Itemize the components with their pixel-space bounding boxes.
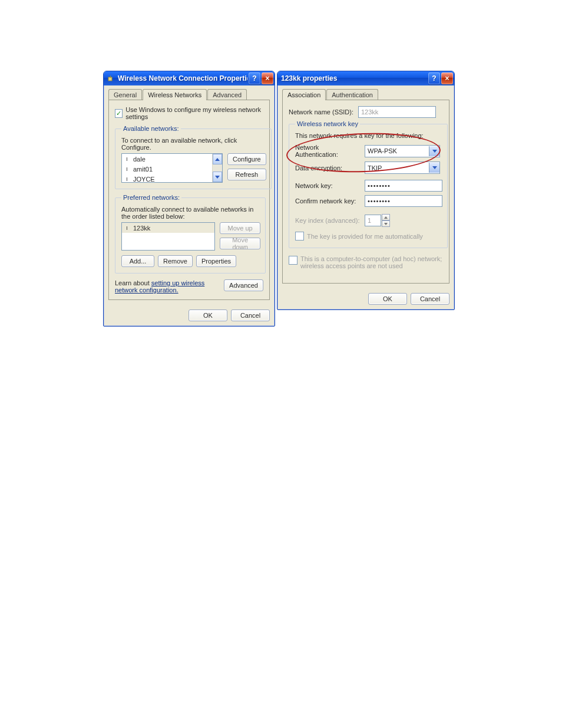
remove-button[interactable]: Remove — [158, 255, 193, 267]
checkbox-label: Use Windows to configure my wireless net… — [125, 106, 263, 120]
chevron-down-icon — [432, 150, 437, 153]
dropdown-button[interactable] — [429, 163, 439, 173]
scroll-track[interactable] — [213, 164, 222, 172]
preferred-networks-group: Preferred networks: Automatically connec… — [115, 194, 266, 274]
scroll-down-button[interactable] — [213, 172, 222, 182]
tab-advanced[interactable]: Advanced — [207, 89, 247, 100]
confirm-key-input[interactable]: •••••••• — [365, 195, 442, 207]
spin-down-button[interactable] — [382, 220, 390, 227]
data-encryption-select[interactable]: TKIP — [365, 162, 440, 174]
help-button[interactable]: ? — [428, 73, 440, 84]
add-button[interactable]: Add... — [121, 255, 154, 267]
tab-general[interactable]: General — [108, 89, 142, 100]
tabpanel-wireless: ✓ Use Windows to configure my wireless n… — [108, 100, 270, 300]
group-legend: Preferred networks: — [121, 194, 181, 201]
checkbox-label: This is a computer-to-computer (ad hoc) … — [300, 255, 443, 269]
tab-wireless-networks[interactable]: Wireless Networks — [143, 89, 207, 100]
key-index-value: 1 — [365, 215, 381, 226]
tab-association[interactable]: Association — [282, 89, 326, 100]
list-item[interactable]: ıJOYCE — [122, 174, 222, 182]
cancel-button[interactable]: Cancel — [411, 293, 449, 305]
help-button[interactable]: ? — [249, 73, 260, 84]
ok-button[interactable]: OK — [368, 293, 407, 305]
scroll-up-button[interactable] — [213, 154, 222, 164]
network-authentication-select[interactable]: WPA-PSK — [365, 145, 440, 157]
configure-button[interactable]: Configure — [227, 153, 266, 165]
close-button[interactable]: × — [262, 73, 273, 84]
list-item[interactable]: ıamit01 — [122, 164, 222, 174]
list-item[interactable]: ı123kk — [122, 223, 214, 233]
network-properties-dialog: 123kk properties ? × Association Authent… — [277, 71, 455, 310]
check-icon: ✓ — [116, 110, 121, 117]
properties-button[interactable]: Properties — [196, 255, 236, 267]
group-legend: Available networks: — [121, 125, 181, 132]
dropdown-button[interactable] — [429, 146, 439, 156]
encryption-label: Data encryption: — [295, 164, 361, 172]
tabpanel-association: Network name (SSID): 123kk Wireless netw… — [282, 100, 449, 284]
chevron-down-icon — [432, 166, 437, 169]
chevron-up-icon — [384, 216, 388, 219]
antenna-icon: ı — [124, 156, 130, 162]
refresh-button[interactable]: Refresh — [227, 169, 266, 180]
checkbox-box: ✓ — [115, 109, 123, 118]
dialog-title: 123kk properties — [281, 74, 427, 83]
move-up-button[interactable]: Move up — [220, 222, 260, 234]
available-networks-group: Available networks: To connect to an ava… — [115, 125, 272, 189]
wireless-key-group: Wireless network key This network requir… — [289, 120, 448, 248]
group-legend: Wireless network key — [295, 120, 360, 127]
key-requires-text: This network requires a key for the foll… — [295, 132, 442, 139]
key-index-spinner[interactable]: 1 — [365, 214, 390, 227]
wireless-connection-properties-dialog: Wireless Network Connection Properties ?… — [103, 71, 275, 327]
close-button[interactable]: × — [441, 73, 453, 84]
adhoc-checkbox[interactable]: This is a computer-to-computer (ad hoc) … — [289, 255, 443, 269]
chevron-down-icon — [384, 223, 388, 225]
dialog-title: Wireless Network Connection Properties — [118, 74, 247, 83]
antenna-icon: ı — [124, 225, 130, 231]
antenna-icon: ı — [124, 166, 130, 172]
preferred-hint: Automatically connect to available netwo… — [121, 206, 260, 220]
wireless-icon — [107, 74, 115, 83]
cancel-button[interactable]: Cancel — [231, 309, 270, 321]
checkbox-box — [295, 232, 304, 241]
advanced-button[interactable]: Advanced — [224, 279, 263, 291]
dialog-footer: OK Cancel — [104, 305, 275, 326]
auth-label: Network Authentication: — [295, 144, 361, 158]
chevron-down-icon — [215, 176, 220, 179]
available-hint: To connect to an available network, clic… — [121, 137, 266, 151]
preferred-networks-list[interactable]: ı123kk — [121, 222, 215, 251]
network-key-label: Network key: — [295, 182, 361, 189]
tab-authentication[interactable]: Authentication — [326, 89, 378, 100]
ok-button[interactable]: OK — [189, 309, 227, 321]
ssid-input[interactable]: 123kk — [358, 106, 436, 118]
network-key-input[interactable]: •••••••• — [365, 180, 442, 192]
spin-up-button[interactable] — [382, 214, 390, 220]
tab-strip: General Wireless Networks Advanced — [108, 89, 270, 100]
titlebar[interactable]: Wireless Network Connection Properties ?… — [104, 71, 275, 85]
scrollbar[interactable] — [212, 154, 222, 182]
checkbox-box — [289, 256, 297, 265]
list-item[interactable]: ıdale — [122, 154, 222, 164]
checkbox-label: The key is provided for me automatically — [307, 233, 423, 240]
learn-about-text: Learn about setting up wireless network … — [115, 279, 219, 294]
tab-strip: Association Authentication — [282, 89, 449, 100]
key-index-label: Key index (advanced): — [295, 217, 361, 224]
chevron-up-icon — [215, 158, 220, 161]
svg-rect-1 — [110, 75, 111, 78]
ssid-label: Network name (SSID): — [289, 108, 355, 116]
use-windows-checkbox[interactable]: ✓ Use Windows to configure my wireless n… — [115, 106, 263, 120]
dialog-footer: OK Cancel — [277, 288, 454, 309]
available-networks-list[interactable]: ıdale ıamit01 ıJOYCE — [121, 153, 223, 183]
titlebar[interactable]: 123kk properties ? × — [277, 71, 454, 85]
move-down-button[interactable]: Move down — [220, 238, 260, 249]
antenna-icon: ı — [124, 176, 130, 182]
confirm-key-label: Confirm network key: — [295, 197, 361, 205]
key-auto-checkbox[interactable]: The key is provided for me automatically — [295, 232, 423, 241]
